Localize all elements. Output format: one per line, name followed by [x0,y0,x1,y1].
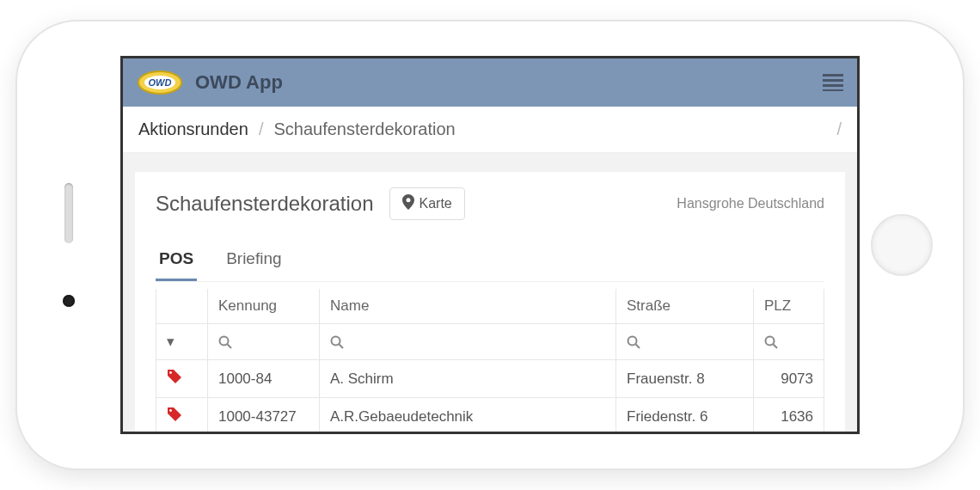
content-wrap: Schaufensterdekoration Karte Hansgrohe D… [123,153,857,432]
tag-icon [167,407,182,426]
row-street: Frauenstr. 8 [616,360,754,398]
brand: OWD OWD App [137,69,283,96]
row-id: 1000-84 [208,360,320,398]
logo-text: OWD [149,77,172,88]
menu-icon[interactable] [823,74,843,91]
app-header: OWD OWD App [123,58,857,107]
svg-line-11 [636,344,640,348]
svg-point-12 [766,336,775,345]
owd-logo: OWD [137,69,183,96]
col-header-tag[interactable] [156,289,208,324]
app-screen: OWD OWD App Aktionsrunden / Schaufenster… [120,56,860,434]
col-header-id[interactable]: Kennung [208,289,320,324]
svg-point-14 [169,371,172,374]
breadcrumb-item-0[interactable]: Aktionsrunden [138,119,248,139]
row-tag-cell[interactable] [156,360,208,398]
breadcrumb-separator: / [259,119,264,139]
svg-rect-3 [823,79,843,82]
table-filter-row: ▾ [156,324,824,360]
card-header: Schaufensterdekoration Karte Hansgrohe D… [156,187,824,220]
tag-icon [167,369,182,389]
svg-point-10 [628,336,637,345]
app-title: OWD App [195,71,283,94]
filter-name[interactable] [320,324,616,360]
svg-line-9 [340,344,344,348]
search-icon [627,335,743,349]
content-card: Schaufensterdekoration Karte Hansgrohe D… [135,172,845,432]
phone-speaker [64,183,73,243]
svg-line-7 [228,344,232,348]
filter-plz[interactable] [754,324,824,360]
row-plz: 9073 [754,360,824,398]
svg-point-6 [220,336,229,345]
phone-frame: OWD OWD App Aktionsrunden / Schaufenster… [17,21,963,469]
search-icon [218,335,309,349]
row-name: A.R.Gebaeudetechnik [320,398,616,432]
tabs: POS Briefing [156,242,824,282]
phone-speaker-cluster [17,21,120,469]
col-header-street[interactable]: Straße [616,289,754,324]
search-icon [764,335,813,349]
page-title: Schaufensterdekoration [156,192,374,216]
caret-down-icon: ▾ [167,334,175,350]
row-name: A. Schirm [320,360,616,398]
pos-table: Kennung Name Straße PLZ ▾ [156,289,824,432]
breadcrumb-item-1[interactable]: Schaufensterdekoration [273,119,455,139]
phone-front-camera [63,295,75,307]
row-id: 1000-43727 [208,398,320,432]
table-header-row: Kennung Name Straße PLZ [156,289,824,324]
search-icon [330,335,605,349]
breadcrumb: Aktionsrunden / Schaufensterdekoration / [123,107,857,153]
breadcrumb-trailing-separator: / [836,119,842,139]
map-button[interactable]: Karte [389,187,465,220]
svg-rect-4 [823,84,843,87]
client-label: Hansgrohe Deutschland [677,196,824,211]
filter-street[interactable] [616,324,754,360]
row-street: Friedenstr. 6 [616,398,754,432]
svg-point-8 [332,336,340,345]
filter-dropdown[interactable]: ▾ [156,324,208,360]
svg-rect-2 [823,74,843,77]
map-button-label: Karte [420,196,452,211]
svg-line-13 [774,344,778,348]
tab-pos[interactable]: POS [156,242,197,281]
table-row[interactable]: 1000-84 A. Schirm Frauenstr. 8 9073 [156,360,824,398]
table-row[interactable]: 1000-43727 A.R.Gebaeudetechnik Friedenst… [156,398,824,432]
svg-rect-5 [823,89,843,91]
phone-home-button[interactable] [871,214,933,276]
map-pin-icon [402,194,414,213]
svg-point-15 [169,409,172,412]
row-plz: 1636 [754,398,824,432]
tab-briefing[interactable]: Briefing [223,242,285,281]
col-header-plz[interactable]: PLZ [754,289,824,324]
col-header-name[interactable]: Name [320,289,616,324]
row-tag-cell[interactable] [156,398,208,432]
filter-id[interactable] [208,324,320,360]
